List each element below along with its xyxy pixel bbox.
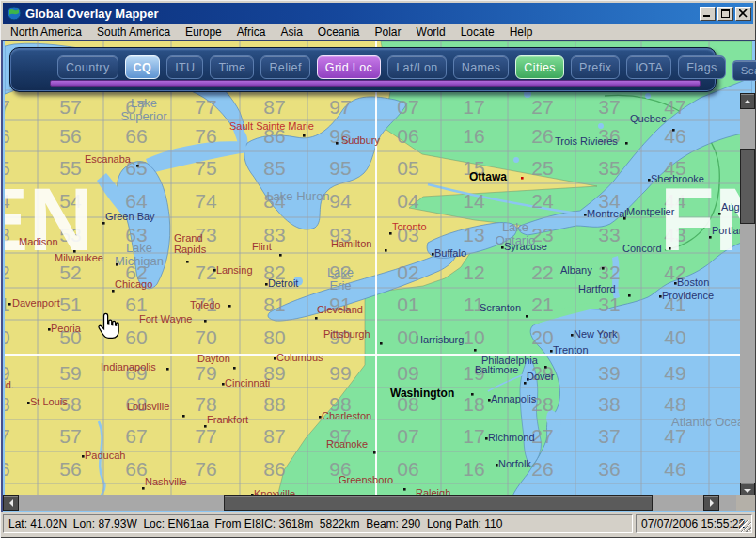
grid-square-number: 37 <box>598 96 620 118</box>
city-dot <box>389 232 392 235</box>
vertical-scrollbar[interactable] <box>740 93 755 498</box>
toolbar-button-flags[interactable]: Flags <box>678 55 726 79</box>
grid-square-number: 59 <box>59 362 81 384</box>
grid-square-number: 40 <box>664 326 685 348</box>
grid-square-number: 88 <box>263 393 285 415</box>
scroll-left-button[interactable] <box>3 495 19 511</box>
app-window: Global Overlay Mapper North AmericaSouth… <box>0 0 756 538</box>
toolbar-button-scale[interactable]: Scale <box>732 60 756 81</box>
map-area[interactable]: 4746454443424140494847465756555453525150… <box>1 40 755 512</box>
grid-square-number: 46 <box>5 458 10 480</box>
city-dot <box>228 305 231 308</box>
city-dot <box>182 415 185 418</box>
grid-square-number: 47 <box>5 96 10 118</box>
menu-item-world[interactable]: World <box>409 24 453 40</box>
toolbar-button-itu[interactable]: ITU <box>166 55 203 79</box>
grid-square-number: 13 <box>463 224 484 245</box>
city-dot <box>474 349 477 352</box>
city-dot <box>213 269 216 272</box>
city-dot <box>142 487 145 490</box>
city-dot <box>166 368 169 371</box>
toolbar-button-cq[interactable]: CQ <box>125 55 161 79</box>
city-label: Louisville <box>127 401 169 412</box>
grid-square-number: 32 <box>598 261 620 283</box>
toolbar-button-names[interactable]: Names <box>453 55 510 79</box>
city-label: Detroit <box>268 277 298 289</box>
grid-square-number: 27 <box>531 96 553 118</box>
map-canvas[interactable]: 4746454443424140494847465756555453525150… <box>5 41 752 497</box>
scroll-up-button[interactable] <box>740 93 755 109</box>
grid-square-number: 27 <box>531 425 553 447</box>
city-dot <box>432 253 434 256</box>
grid-square-number: 81 <box>263 293 285 315</box>
title-bar[interactable]: Global Overlay Mapper <box>3 3 753 24</box>
toolbar-button-grid-loc[interactable]: Grid Loc <box>317 55 381 79</box>
city-dot <box>672 129 675 132</box>
menu-item-asia[interactable]: Asia <box>273 24 309 40</box>
toolbar-button-iota[interactable]: IOTA <box>626 55 671 79</box>
city-label: Boston <box>677 277 709 288</box>
grid-square-number: 22 <box>531 261 553 283</box>
grid-square-number: 76 <box>195 125 216 147</box>
close-button[interactable] <box>735 7 751 21</box>
water-body-label: Lake <box>131 96 157 110</box>
city-label: Dayton <box>197 353 230 364</box>
minimize-button[interactable] <box>700 7 716 21</box>
maximize-button[interactable] <box>717 7 733 21</box>
horizontal-scroll-thumb[interactable] <box>224 495 653 511</box>
grid-square-number: 99 <box>329 362 351 384</box>
city-label: Cleveland <box>317 304 363 315</box>
toolbar-button-lat-lon[interactable]: Lat/Lon <box>387 55 447 79</box>
grid-square-number: 87 <box>263 425 285 447</box>
city-dot <box>648 179 651 182</box>
city-dot <box>571 334 574 337</box>
water-body-label: Atlantic Ocean <box>671 415 751 429</box>
city-label: Charleston <box>322 410 371 421</box>
grid-square-number: 10 <box>463 326 484 348</box>
grid-square-number: 46 <box>5 125 10 147</box>
menu-item-polar[interactable]: Polar <box>368 24 409 40</box>
grid-square-number: 33 <box>598 224 620 245</box>
city-label: Lansing <box>216 264 253 276</box>
grid-square-number: 51 <box>59 293 81 315</box>
toolbar-button-cities[interactable]: Cities <box>515 55 564 79</box>
city-label: Annapolis <box>491 393 537 404</box>
menu-item-africa[interactable]: Africa <box>229 24 274 40</box>
menu-item-help[interactable]: Help <box>502 24 541 40</box>
grid-square-number: 67 <box>125 425 147 447</box>
city-dot <box>373 451 376 454</box>
toolbar-button-time[interactable]: Time <box>210 55 254 79</box>
grid-square-number: 16 <box>463 125 484 147</box>
city-dot <box>27 402 30 404</box>
city-dot <box>48 328 51 331</box>
menu-item-south-america[interactable]: South America <box>89 24 178 40</box>
grid-square-number: 57 <box>59 425 81 447</box>
toolbar-button-relief[interactable]: Relief <box>260 55 309 79</box>
grid-square-number: 17 <box>463 96 484 118</box>
menu-item-locate[interactable]: Locate <box>453 24 502 40</box>
city-dot <box>521 177 524 180</box>
scrollbar-corner <box>736 495 755 511</box>
city-dot <box>303 134 306 137</box>
grid-square-number: 21 <box>531 293 553 315</box>
small-lake <box>513 157 519 163</box>
city-dot <box>315 317 318 320</box>
city-label: Trois Rivieres <box>555 135 618 147</box>
menu-item-north-america[interactable]: North America <box>3 24 89 40</box>
resize-grip[interactable] <box>739 520 751 532</box>
city-dot <box>319 416 322 419</box>
city-label: Escanaba <box>85 153 132 165</box>
toolbar-button-prefix[interactable]: Prefix <box>571 55 620 79</box>
menu-item-europe[interactable]: Europe <box>178 24 229 40</box>
city-dot <box>623 217 626 220</box>
grid-square-number: 61 <box>125 293 147 315</box>
toolbar-button-country[interactable]: Country <box>57 55 118 79</box>
horizontal-scrollbar[interactable] <box>3 495 736 511</box>
grid-square-number: 77 <box>195 425 216 447</box>
city-label: Madison <box>19 236 58 247</box>
city-label: Dover <box>527 371 555 382</box>
menu-item-oceania[interactable]: Oceania <box>310 24 368 40</box>
scroll-right-button[interactable] <box>703 495 719 511</box>
vertical-scroll-thumb[interactable] <box>740 149 755 224</box>
city-dot <box>186 261 189 263</box>
